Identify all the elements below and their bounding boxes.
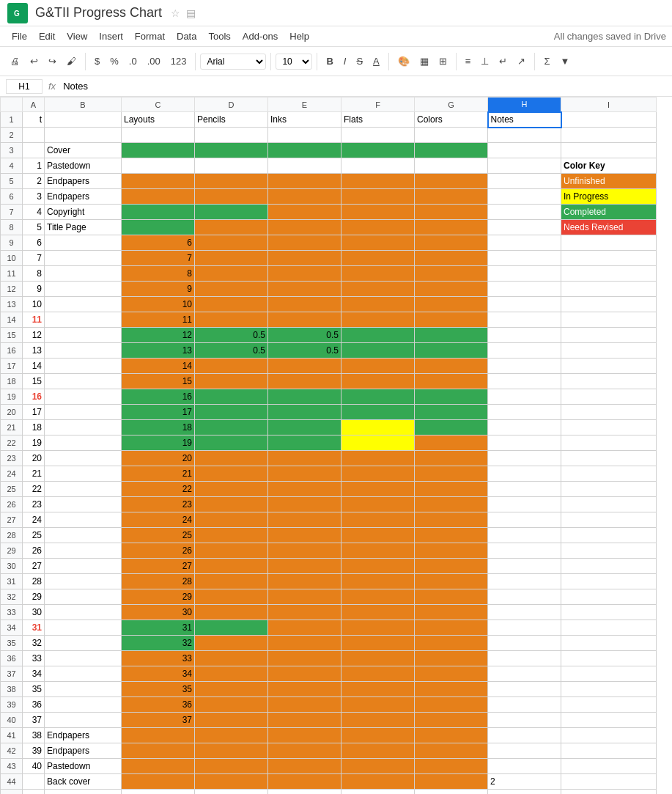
align-button[interactable]: ≡ [461, 53, 476, 70]
col-header-d[interactable]: D [195, 98, 268, 112]
cell-e[interactable]: 0.5 [268, 328, 341, 343]
cell-h[interactable]: 2 [488, 774, 561, 790]
cell-h[interactable] [488, 759, 561, 774]
cell-e[interactable]: Inks [268, 112, 341, 128]
cell-g[interactable] [415, 482, 488, 497]
cell-g[interactable] [415, 620, 488, 636]
cell-d[interactable]: 0.5 [195, 328, 268, 343]
number-format-button[interactable]: 123 [166, 53, 191, 70]
cell-g[interactable] [415, 143, 488, 158]
cell-a[interactable]: 33 [23, 651, 45, 666]
formula-input[interactable] [62, 79, 666, 93]
cell-f[interactable]: Flats [341, 112, 415, 128]
cell-f[interactable] [341, 282, 415, 297]
cell-c[interactable]: 14 [122, 359, 195, 374]
cell-b[interactable] [45, 528, 122, 543]
cell-h[interactable] [488, 636, 561, 651]
cell-h[interactable] [488, 220, 561, 235]
cell-f[interactable] [341, 651, 415, 666]
cell-b[interactable]: Title Page [45, 220, 122, 235]
cell-h[interactable] [488, 405, 561, 420]
italic-button[interactable]: I [339, 53, 351, 70]
cell-e[interactable] [268, 405, 341, 420]
cell-b[interactable] [45, 328, 122, 343]
cell-a[interactable] [23, 128, 45, 143]
cell-e[interactable] [268, 128, 341, 143]
cell-b[interactable] [45, 128, 122, 143]
cell-b[interactable] [45, 713, 122, 728]
cell-g[interactable] [415, 189, 488, 205]
cell-g[interactable] [415, 697, 488, 713]
cell-e[interactable] [268, 605, 341, 620]
cell-b[interactable] [45, 620, 122, 636]
cell-a[interactable] [23, 790, 45, 795]
cell-d[interactable] [195, 359, 268, 374]
cell-e[interactable] [268, 759, 341, 774]
cell-d[interactable] [195, 636, 268, 651]
cell-h[interactable] [488, 682, 561, 697]
cell-e[interactable] [268, 420, 341, 435]
cell-b[interactable]: Pastedown [45, 158, 122, 174]
cell-g[interactable] [415, 743, 488, 759]
cell-d[interactable] [195, 713, 268, 728]
cell-c[interactable]: 31 [122, 620, 195, 636]
cell-g[interactable] [415, 512, 488, 528]
percent-button[interactable]: % [106, 53, 123, 70]
col-header-a[interactable]: A [23, 98, 45, 112]
cell-c[interactable]: 37 [122, 713, 195, 728]
cell-f[interactable] [341, 682, 415, 697]
cell-g[interactable] [415, 374, 488, 389]
cell-h[interactable] [488, 528, 561, 543]
cell-h[interactable] [488, 328, 561, 343]
cell-b[interactable] [45, 589, 122, 605]
cell-d[interactable] [195, 728, 268, 743]
cell-g[interactable] [415, 343, 488, 359]
cell-b[interactable] [45, 359, 122, 374]
font-select[interactable]: Arial [200, 54, 266, 70]
cell-c[interactable]: 12 [122, 328, 195, 343]
cell-b[interactable]: Endpapers [45, 728, 122, 743]
cell-a[interactable]: 35 [23, 682, 45, 697]
cell-h[interactable] [488, 559, 561, 574]
cell-e[interactable] [268, 697, 341, 713]
cell-h[interactable] [488, 697, 561, 713]
cell-g[interactable] [415, 559, 488, 574]
cell-e[interactable] [268, 435, 341, 451]
cell-e[interactable] [268, 636, 341, 651]
cell-c[interactable] [122, 143, 195, 158]
cell-a[interactable]: 17 [23, 405, 45, 420]
cell-b[interactable] [45, 543, 122, 559]
cell-c[interactable] [122, 728, 195, 743]
cell-b[interactable] [45, 312, 122, 328]
cell-a[interactable]: 26 [23, 543, 45, 559]
cell-e[interactable] [268, 312, 341, 328]
cell-d[interactable] [195, 620, 268, 636]
cell-e[interactable] [268, 205, 341, 220]
cell-h[interactable] [488, 143, 561, 158]
currency-button[interactable]: $ [90, 53, 104, 70]
cell-e[interactable] [268, 512, 341, 528]
cell-f[interactable] [341, 451, 415, 466]
cell-h[interactable] [488, 282, 561, 297]
cell-g[interactable] [415, 312, 488, 328]
cell-e[interactable] [268, 389, 341, 405]
cell-c[interactable]: 28 [122, 574, 195, 589]
cell-e[interactable] [268, 143, 341, 158]
cell-h[interactable] [488, 389, 561, 405]
cell-a[interactable]: 1 [23, 158, 45, 174]
cell-c[interactable]: 29 [122, 589, 195, 605]
cell-c[interactable] [122, 790, 195, 795]
cell-e[interactable] [268, 158, 341, 174]
cell-f[interactable] [341, 543, 415, 559]
cell-g[interactable] [415, 589, 488, 605]
cell-h[interactable] [488, 589, 561, 605]
cell-f[interactable] [341, 312, 415, 328]
cell-g[interactable]: Colors [415, 112, 488, 128]
cell-f[interactable] [341, 620, 415, 636]
cell-a[interactable]: 24 [23, 512, 45, 528]
cell-a[interactable]: 16 [23, 389, 45, 405]
cell-d[interactable] [195, 158, 268, 174]
cell-e[interactable] [268, 466, 341, 482]
cell-e[interactable] [268, 774, 341, 790]
cell-e[interactable] [268, 589, 341, 605]
